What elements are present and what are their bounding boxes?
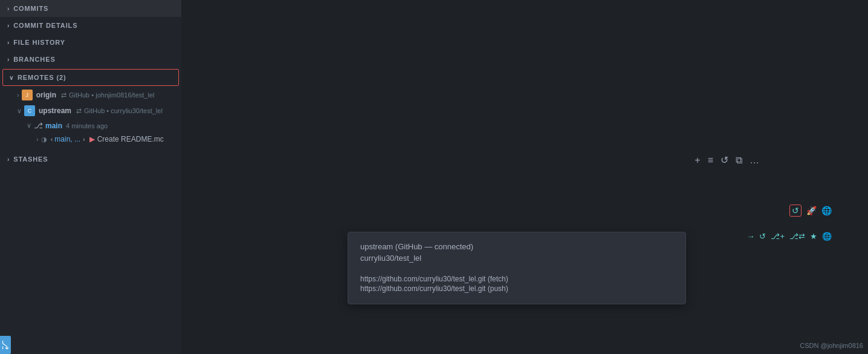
remote-origin-row[interactable]: › J origin ⇄ GitHub • johnjim0816/test_l…: [0, 87, 181, 103]
main-branch-compare-icon[interactable]: ⎇⇄: [789, 232, 805, 241]
branch-expand-icon: ∨: [27, 122, 31, 129]
origin-name: origin: [36, 91, 56, 99]
expand-icon-upstream: ∨: [17, 107, 22, 115]
source-control-icon: ⎇: [1, 340, 10, 350]
upstream-row-toolbar: ↺ 🚀 🌐: [789, 205, 832, 217]
upstream-rocket-icon[interactable]: 🚀: [806, 206, 817, 215]
file-history-chevron: ›: [7, 39, 10, 46]
main-star-icon[interactable]: ★: [810, 232, 817, 241]
upstream-repo: curryliu30/test_lel: [111, 107, 163, 114]
commit-ref: main, ...: [54, 135, 80, 143]
branches-chevron: ›: [7, 56, 10, 63]
stashes-chevron: ›: [7, 156, 10, 163]
sidebar: › COMMITS › COMMIT DETAILS › FILE HISTOR…: [0, 0, 181, 354]
sidebar-item-commit-details[interactable]: › COMMIT DETAILS: [0, 17, 181, 34]
branch-main-row[interactable]: ∨ ⎇ main 4 minutes ago: [0, 119, 181, 133]
commit-details-chevron: ›: [7, 22, 10, 29]
commit-circle-icon: ◑: [41, 136, 47, 143]
commits-chevron: ›: [7, 5, 10, 12]
main-branch-add-icon[interactable]: ⎇+: [771, 232, 785, 241]
remotes-chevron: ∨: [9, 74, 14, 81]
upstream-tooltip: upstream (GitHub — connected) curryliu30…: [348, 232, 686, 304]
upstream-refresh-icon[interactable]: ↺: [789, 205, 802, 217]
origin-bullet: •: [89, 91, 96, 99]
expand-icon: ›: [17, 91, 19, 99]
main-branch-toolbar: → ↺ ⎇+ ⎇⇄ ★ 🌐: [747, 232, 832, 241]
main-arrow-icon[interactable]: →: [747, 232, 754, 241]
origin-repo: johnjim0816/test_lel: [96, 91, 154, 99]
commit-arrow: ›: [36, 136, 39, 143]
arrow-icon: ▶: [89, 135, 95, 143]
file-history-label: FILE HISTORY: [13, 39, 65, 46]
more-button[interactable]: …: [750, 155, 759, 166]
tooltip-subtitle: curryliu30/test_lel: [360, 254, 673, 263]
sidebar-item-file-history[interactable]: › FILE HISTORY: [0, 34, 181, 51]
remote-upstream-row[interactable]: ∨ C upstream ⇄ GitHub • curryliu30/test_…: [0, 103, 181, 119]
commit-row[interactable]: › ◑ ‹ main, ... › ▶ Create README.mc: [0, 133, 181, 146]
refresh-button[interactable]: ↺: [721, 154, 728, 166]
copy-button[interactable]: ⧉: [736, 155, 742, 166]
branch-name: main: [45, 122, 62, 130]
branch-icon: ⎇: [34, 121, 43, 130]
main-refresh-icon[interactable]: ↺: [759, 232, 766, 241]
upstream-globe-icon[interactable]: 🌐: [821, 206, 832, 215]
commit-details-label: COMMIT DETAILS: [13, 22, 77, 29]
sidebar-item-stashes[interactable]: › STASHES: [0, 151, 181, 168]
commit-paren-open: ‹: [51, 136, 53, 143]
list-button[interactable]: ≡: [708, 155, 713, 166]
tooltip-push-url: https://github.com/curryliu30/test_lel.g…: [360, 284, 673, 293]
transfer-icon: ⇄: [61, 91, 66, 99]
commit-paren-close: ›: [83, 136, 85, 143]
tooltip-fetch-url: https://github.com/curryliu30/test_lel.g…: [360, 275, 673, 283]
stashes-label: STASHES: [13, 156, 48, 163]
branch-time: 4 minutes ago: [66, 122, 108, 129]
upstream-bullet: •: [105, 107, 111, 114]
origin-avatar: J: [22, 90, 33, 100]
main-globe-icon[interactable]: 🌐: [822, 232, 832, 241]
add-remote-button[interactable]: +: [695, 155, 700, 166]
tooltip-title: upstream (GitHub — connected): [360, 242, 673, 251]
sidebar-item-remotes[interactable]: ∨ REMOTES (2): [2, 69, 179, 86]
remotes-toolbar: + ≡ ↺ ⧉ …: [695, 154, 759, 166]
watermark-text: CSDN @johnjim0816: [800, 342, 863, 349]
upstream-avatar: C: [24, 105, 35, 116]
sidebar-item-commits[interactable]: › COMMITS: [0, 0, 181, 17]
commit-message: Create README.mc: [97, 135, 164, 143]
upstream-name: upstream: [39, 107, 71, 115]
origin-platform: GitHub: [69, 91, 89, 99]
left-accent-bar: ⎇: [0, 336, 11, 354]
remotes-label: REMOTES (2): [18, 74, 66, 81]
sidebar-item-branches[interactable]: › BRANCHES: [0, 51, 181, 68]
commits-label: COMMITS: [13, 5, 48, 12]
upstream-platform: GitHub: [84, 107, 105, 114]
branches-label: BRANCHES: [13, 56, 55, 63]
transfer-icon-upstream: ⇄: [76, 107, 82, 115]
